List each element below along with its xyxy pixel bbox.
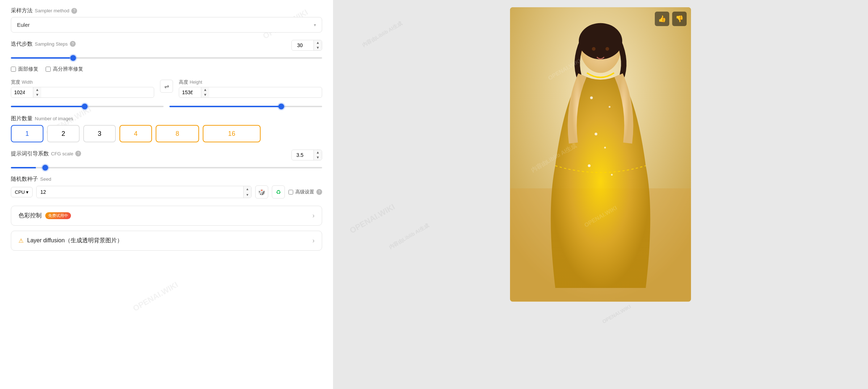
svg-point-8 [588, 164, 591, 167]
seed-input[interactable]: 12 [37, 187, 243, 197]
height-up-btn[interactable]: ▲ [201, 87, 209, 92]
steps-input-box: 30 ▲ ▼ [291, 40, 322, 51]
right-wm-3: 内容由Liblib AI生成 [388, 222, 430, 251]
seed-label: 随机数种子 Seed [11, 176, 322, 183]
seed-down-btn[interactable]: ▼ [244, 192, 251, 198]
svg-point-6 [595, 133, 598, 135]
height-slider-wrap [169, 102, 322, 109]
svg-point-9 [611, 174, 613, 176]
seed-input-wrap: 12 ▲ ▼ [36, 186, 252, 198]
ai-image-svg [510, 7, 691, 302]
layer-diffusion-title: Layer diffusion（生成透明背景图片） [27, 237, 123, 244]
right-panel: 内容由Liblib AI生成 OPENAI.WIKI 内容由Liblib AI生… [333, 0, 868, 389]
count-btn-1[interactable]: 1 [11, 125, 43, 142]
advanced-settings-checkbox[interactable] [288, 190, 293, 194]
steps-row: 迭代步数 Sampling Steps ? 30 ▲ ▼ [11, 40, 322, 51]
hires-checkbox[interactable] [46, 67, 51, 72]
color-control-badge: 免费试用中 [45, 212, 71, 219]
color-control-left: 色彩控制 免费试用中 [18, 212, 71, 219]
sampler-help-icon[interactable]: ? [71, 8, 77, 14]
watermark-4: OPENAI.WIKI [131, 280, 180, 313]
cfg-slider[interactable] [11, 167, 322, 168]
face-repair-label[interactable]: 面部修复 [11, 66, 38, 72]
width-slider[interactable] [11, 106, 164, 107]
seed-random-icon[interactable]: 🎲 [255, 185, 268, 198]
color-control-title: 色彩控制 [18, 212, 42, 219]
output-image-container: 👍 👎 OPENAI.WIKI 内容由Liblib AI生成 OPENAI.WI… [510, 7, 691, 302]
face-repair-checkbox[interactable] [11, 67, 16, 72]
cfg-input-box: 3.5 ▲ ▼ [291, 150, 322, 160]
wh-sliders [11, 102, 322, 109]
advanced-settings-label[interactable]: 高级设置 ? [288, 189, 322, 195]
seed-device-arrow-icon: ▾ [26, 189, 29, 195]
thumbup-button[interactable]: 👍 [655, 12, 669, 26]
svg-point-3 [579, 23, 622, 59]
seed-arrows: ▲ ▼ [243, 186, 251, 198]
svg-point-7 [604, 147, 606, 149]
height-item: 高度 Height 1536 ▲ ▼ [179, 79, 322, 98]
img-count-label: 图片数量 Number of images [11, 115, 322, 122]
height-arrows: ▲ ▼ [201, 87, 209, 97]
height-input[interactable]: 1536 [179, 88, 201, 97]
steps-arrows: ▲ ▼ [313, 40, 322, 50]
width-slider-wrap [11, 102, 164, 109]
cfg-slider-container [11, 163, 322, 170]
advanced-help-icon[interactable]: ? [316, 189, 322, 195]
width-arrows: ▲ ▼ [33, 87, 41, 97]
checkbox-row: 面部修复 高分辨率修复 [11, 66, 322, 72]
steps-help-icon[interactable]: ? [70, 41, 76, 47]
color-control-card[interactable]: 色彩控制 免费试用中 › [11, 206, 322, 226]
layer-diffusion-warning-icon: ⚠ [18, 237, 24, 244]
width-up-btn[interactable]: ▲ [33, 87, 41, 92]
seed-device-value: CPU [15, 189, 25, 195]
cfg-label: 提示词引导系数 CFG scale ? [11, 150, 81, 157]
seed-up-btn[interactable]: ▲ [244, 186, 251, 192]
height-slider[interactable] [169, 106, 322, 107]
height-input-box: 1536 ▲ ▼ [179, 87, 322, 98]
width-label: 宽度 Width [11, 79, 154, 85]
color-control-arrow-icon: › [312, 212, 315, 219]
count-btn-16[interactable]: 16 [203, 125, 261, 142]
right-wm-1: 内容由Liblib AI生成 [361, 20, 404, 49]
sampler-dropdown[interactable]: Euler ▾ [11, 17, 322, 33]
cfg-down-btn[interactable]: ▼ [314, 155, 322, 160]
count-btn-8[interactable]: 8 [156, 125, 199, 142]
steps-slider-container [11, 54, 322, 60]
left-panel: OPENAI.WIKI OPENAI.WIKI OPENAI.WIKI OPEN… [0, 0, 333, 389]
svg-point-5 [609, 106, 611, 108]
steps-label: 迭代步数 Sampling Steps ? [11, 41, 76, 47]
cfg-up-btn[interactable]: ▲ [314, 150, 322, 155]
steps-input[interactable]: 30 [292, 41, 313, 50]
count-btn-2[interactable]: 2 [47, 125, 80, 142]
height-label: 高度 Height [179, 79, 322, 85]
swap-button[interactable]: ⇌ [160, 80, 173, 93]
steps-slider[interactable] [11, 57, 322, 59]
cfg-arrows: ▲ ▼ [313, 150, 322, 160]
width-input[interactable]: 1024 [11, 88, 33, 97]
cfg-help-icon[interactable]: ? [75, 151, 81, 156]
right-wm-4: OPENAI.WIKI [601, 304, 632, 325]
count-btn-4[interactable]: 4 [119, 125, 152, 142]
height-down-btn[interactable]: ▼ [201, 92, 209, 97]
steps-up-btn[interactable]: ▲ [314, 40, 322, 45]
seed-refresh-icon[interactable]: ♻ [272, 185, 285, 198]
seed-row: CPU ▾ 12 ▲ ▼ 🎲 ♻ 高级设置 ? [11, 185, 322, 198]
sampler-label: 采样方法 Sampler method ? [11, 7, 322, 14]
svg-point-4 [590, 96, 593, 99]
seed-device-select[interactable]: CPU ▾ [11, 187, 33, 197]
thumbdown-button[interactable]: 👎 [672, 12, 687, 26]
output-image: 👍 👎 OPENAI.WIKI 内容由Liblib AI生成 OPENAI.WI… [510, 7, 691, 302]
layer-diffusion-left: ⚠ Layer diffusion（生成透明背景图片） [18, 237, 123, 244]
layer-diffusion-arrow-icon: › [312, 237, 315, 244]
hires-label[interactable]: 高分辨率修复 [46, 66, 83, 72]
cfg-input[interactable]: 3.5 [292, 151, 313, 159]
img-count-row: 1 2 3 4 8 16 [11, 125, 322, 142]
layer-diffusion-card[interactable]: ⚠ Layer diffusion（生成透明背景图片） › [11, 231, 322, 251]
width-input-box: 1024 ▲ ▼ [11, 87, 154, 98]
count-btn-3[interactable]: 3 [83, 125, 116, 142]
image-action-bar: 👍 👎 [655, 12, 687, 26]
width-down-btn[interactable]: ▼ [33, 92, 41, 97]
steps-down-btn[interactable]: ▼ [314, 45, 322, 50]
wh-row: 宽度 Width 1024 ▲ ▼ ⇌ 高度 Height [11, 79, 322, 98]
svg-point-10 [592, 47, 595, 51]
